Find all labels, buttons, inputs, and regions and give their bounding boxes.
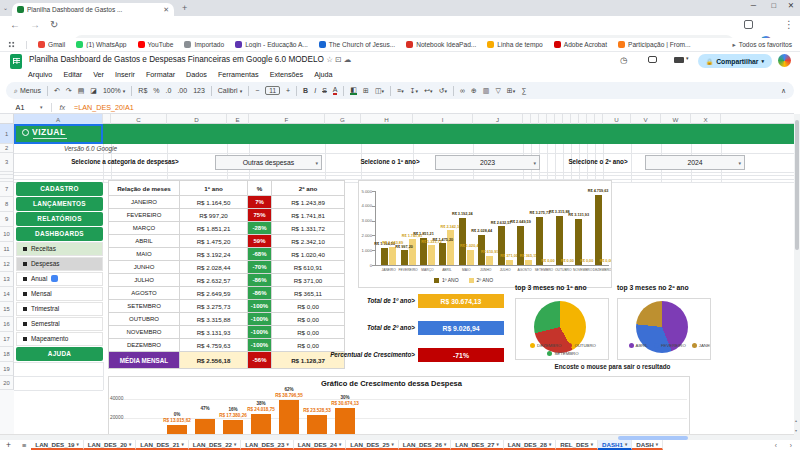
reload-icon[interactable]: ↻ — [50, 19, 58, 30]
font-size-increase[interactable]: + — [286, 87, 290, 94]
bookmark-item[interactable]: Adobe Acrobat — [554, 41, 607, 48]
text-wrap-button[interactable]: ↩▾ — [424, 87, 432, 95]
sheet-tab-lan_des_28[interactable]: LAN_DES_28▾ — [504, 440, 556, 450]
column-header-C[interactable]: C — [111, 114, 167, 124]
tab-close-icon[interactable]: ✕ — [163, 6, 169, 14]
dropdown-caret-icon[interactable]: ▾ — [738, 160, 741, 166]
row-header-3[interactable]: 3 — [0, 153, 14, 172]
row-header-14[interactable]: 14 — [0, 287, 14, 302]
column-header-W[interactable]: W — [661, 114, 691, 124]
selected-cell-A1[interactable] — [14, 124, 103, 144]
tabs-scroll-right-icon[interactable]: › — [782, 440, 800, 450]
row-header-17[interactable]: 17 — [0, 332, 14, 347]
pie-chart-panel[interactable]: DEZEMBROOUTUBROSETEMBRO — [515, 298, 609, 360]
fill-color-button[interactable]: ◧ — [350, 86, 357, 95]
column-header-T[interactable] — [595, 114, 603, 124]
table-views-button[interactable]: ⊞▾ — [507, 87, 515, 95]
sheet-tab-caret-icon[interactable]: ▾ — [625, 442, 627, 447]
bold-button[interactable]: B — [303, 87, 308, 94]
strikethrough-button[interactable]: S — [322, 87, 327, 94]
column-header-P[interactable] — [563, 114, 571, 124]
row-header-9[interactable]: 9 — [0, 212, 14, 227]
menu-ferramentas[interactable]: Ferramentas — [218, 70, 259, 79]
growth-chart-panel[interactable]: Gráfico de Crescimento dessa Despesa4000… — [108, 376, 690, 434]
history-icon[interactable]: ◷ — [620, 55, 627, 65]
paint-format-icon[interactable]: ◪ — [90, 87, 97, 95]
sheets-app-icon[interactable] — [10, 54, 22, 69]
extensions-icon[interactable] — [744, 20, 753, 29]
bookmark-item[interactable]: The Church of Jesus... — [319, 41, 395, 48]
column-header-U[interactable]: U — [603, 114, 631, 124]
column-header-L[interactable] — [531, 114, 539, 124]
vertical-scrollbar[interactable]: ▴ ▾ — [794, 114, 800, 440]
sheet-tab-caret-icon[interactable]: ▾ — [391, 442, 393, 447]
undo-icon[interactable]: ↶ — [54, 87, 60, 95]
sheet-tab-rel_des[interactable]: REL_DES▾ — [556, 440, 598, 450]
name-box-caret-icon[interactable]: ▾ — [40, 104, 43, 110]
column-header-Q[interactable] — [571, 114, 579, 124]
collapse-toolbar-icon[interactable]: ∧ — [781, 87, 786, 95]
back-icon[interactable]: ← — [10, 19, 20, 30]
vertical-align-button[interactable]: ↧▾ — [410, 87, 418, 95]
column-header-I[interactable]: I — [413, 114, 473, 124]
horizontal-align-button[interactable]: ≡▾ — [397, 87, 404, 94]
sheet-tab-caret-icon[interactable]: ▾ — [182, 442, 184, 447]
share-caret-icon[interactable]: ▾ — [761, 58, 764, 64]
row-header-12[interactable]: 12 — [0, 257, 14, 272]
menu-editar[interactable]: Editar — [63, 70, 82, 79]
insert-comment-button[interactable]: ⊕ — [471, 87, 477, 95]
sheet-tab-lan_des_27[interactable]: LAN_DES_27▾ — [451, 440, 503, 450]
sheet-tab-lan_des_20[interactable]: LAN_DES_20▾ — [84, 440, 136, 450]
menu-arquivo[interactable]: Arquivo — [28, 70, 52, 79]
font-size-value[interactable]: 11 — [265, 86, 280, 95]
column-header-S[interactable] — [587, 114, 595, 124]
merge-cells-button[interactable]: ◫▾ — [375, 87, 384, 95]
italic-button[interactable]: I — [314, 87, 316, 94]
browser-menu-icon[interactable]: ⋮ — [784, 19, 794, 30]
row-header-19[interactable]: 19 — [0, 362, 14, 376]
apps-grid-icon[interactable] — [8, 41, 15, 48]
column-header-X[interactable]: X — [691, 114, 721, 124]
all-sheets-button[interactable]: ≡ — [17, 440, 31, 450]
column-header-N[interactable] — [547, 114, 555, 124]
column-header-B[interactable] — [103, 114, 111, 124]
sheet-tab-lan_des_23[interactable]: LAN_DES_23▾ — [241, 440, 293, 450]
print-icon[interactable]: ▤ — [78, 87, 85, 95]
sidebar-item-semestral[interactable]: Semestral — [16, 317, 103, 331]
sheet-tab-dash1[interactable]: DASH1▾ — [598, 440, 632, 450]
sheet-tab-lan_des_21[interactable]: LAN_DES_21▾ — [136, 440, 188, 450]
window-maximize-button[interactable]: □ — [771, 1, 776, 10]
row-header-7[interactable]: 7 — [0, 182, 14, 197]
sheet-tab-caret-icon[interactable]: ▾ — [444, 442, 446, 447]
sidebar-item-trimestral[interactable]: Trimestral — [16, 302, 103, 316]
column-header-J[interactable]: J — [473, 114, 523, 124]
scroll-down-icon[interactable]: ▾ — [795, 428, 797, 433]
currency-format-button[interactable]: R$ — [138, 87, 147, 94]
decrease-decimal-button[interactable]: .0 — [166, 87, 172, 94]
sidebar-button-ajuda[interactable]: AJUDA — [16, 347, 103, 361]
column-header-H[interactable]: H — [361, 114, 413, 124]
more-formats-button[interactable]: 123 — [193, 87, 205, 94]
bookmark-item[interactable]: Participação | From... — [618, 41, 691, 48]
sidebar-item-mensal[interactable]: Mensal — [16, 287, 103, 301]
redo-icon[interactable]: ↷ — [66, 87, 72, 95]
row-header-20[interactable]: 20 — [0, 376, 14, 390]
column-header-E[interactable]: E — [227, 114, 249, 124]
bookmark-item[interactable]: Login - Educação A... — [235, 41, 308, 48]
column-header-A[interactable]: A — [14, 114, 103, 124]
sheet-tab-caret-icon[interactable]: ▾ — [591, 442, 593, 447]
column-header-R[interactable] — [579, 114, 587, 124]
sidebar-item-receitas[interactable]: Receitas — [16, 242, 103, 256]
column-header-O[interactable] — [555, 114, 563, 124]
sidebar-item-anual[interactable]: Anual — [16, 272, 103, 286]
sheet-tab-caret-icon[interactable]: ▾ — [287, 442, 289, 447]
menu-ajuda[interactable]: Ajuda — [314, 70, 332, 79]
sidebar-item-despesas[interactable]: Despesas — [16, 257, 103, 271]
meet-caret-icon[interactable]: ▾ — [686, 55, 689, 61]
selector-dropdown-3[interactable]: 2024▾ — [645, 155, 745, 170]
tabs-scroll-left-icon[interactable]: ‹ — [770, 440, 782, 450]
bookmark-item[interactable]: Gmail — [38, 41, 65, 48]
bookmark-item[interactable]: (1) WhatsApp — [76, 41, 126, 48]
row-header-2[interactable]: 2 — [0, 144, 14, 153]
row-header-18[interactable]: 18 — [0, 347, 14, 362]
